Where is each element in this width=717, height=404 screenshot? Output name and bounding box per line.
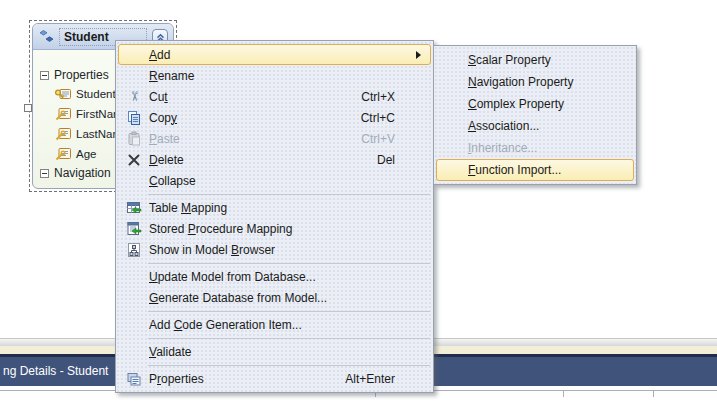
copy-icon	[126, 110, 142, 126]
model-browser-icon	[126, 242, 142, 258]
minus-expander-icon[interactable]	[40, 71, 49, 80]
menu-item-label: Table Mapping	[149, 201, 227, 215]
menu-item-label: Validate	[149, 345, 192, 359]
menu-icon-gutter: ✂	[119, 90, 149, 103]
menu-separator	[148, 263, 430, 264]
submenu-item-function-import[interactable]: Function Import...	[436, 159, 634, 181]
menu-item-label: Stored Procedure Mapping	[149, 222, 292, 236]
menu-icon-gutter	[119, 153, 149, 167]
stored-procedure-mapping-icon	[126, 221, 142, 237]
menu-item-label: Update Model from Database...	[149, 270, 316, 284]
menu-item-label: Complex Property	[468, 97, 564, 111]
mapping-details-title: ng Details - Student	[3, 364, 108, 378]
menu-item-label: Add	[149, 48, 170, 62]
submenu-item-navigation-property[interactable]: Navigation Property	[436, 71, 634, 93]
minus-expander-icon[interactable]	[40, 169, 49, 178]
scalar-property-icon	[54, 147, 72, 161]
menu-item-label: Properties	[149, 372, 204, 386]
submenu-item-complex-property[interactable]: Complex Property	[436, 93, 634, 115]
scissors-icon: ✂	[128, 91, 141, 102]
submenu-item-association[interactable]: Association...	[436, 115, 634, 137]
menu-icon-gutter	[119, 242, 149, 258]
properties-icon	[126, 371, 142, 387]
menu-item-label: Add Code Generation Item...	[149, 318, 302, 332]
menu-item-validate[interactable]: Validate	[118, 341, 431, 362]
menu-shortcut: Ctrl+X	[361, 90, 395, 104]
menu-item-label: Scalar Property	[468, 53, 551, 67]
menu-separator	[148, 194, 430, 195]
menu-item-add-code-generation-item[interactable]: Add Code Generation Item...	[118, 314, 431, 335]
menu-item-label: Collapse	[149, 174, 196, 188]
menu-item-collapse[interactable]: Collapse	[118, 170, 431, 191]
menu-shortcut: Del	[377, 153, 395, 167]
menu-shortcut: Ctrl+V	[361, 132, 395, 146]
scalar-property-icon	[54, 107, 72, 121]
menu-item-update-model-from-database[interactable]: Update Model from Database...	[118, 266, 431, 287]
menu-item-generate-database-from-model[interactable]: Generate Database from Model...	[118, 287, 431, 308]
grid-column-tick	[653, 390, 654, 397]
submenu-item-scalar-property[interactable]: Scalar Property	[436, 49, 634, 71]
primary-key-icon	[54, 87, 72, 101]
menu-item-label: Copy	[149, 111, 177, 125]
menu-icon-gutter	[119, 110, 149, 126]
context-menu: Add Rename ✂ Cut Ctrl+X Copy Ctrl+C	[115, 40, 434, 393]
property-label: Age	[76, 148, 96, 160]
menu-item-label: Association...	[468, 119, 539, 133]
entity-type-icon	[39, 29, 54, 44]
menu-item-paste[interactable]: Paste Ctrl+V	[118, 128, 431, 149]
selection-handle[interactable]	[24, 104, 32, 112]
menu-item-show-in-model-browser[interactable]: Show in Model Browser	[118, 239, 431, 260]
submenu-item-inheritance[interactable]: Inheritance...	[436, 137, 634, 159]
menu-separator	[148, 365, 430, 366]
menu-shortcut: Alt+Enter	[345, 372, 395, 386]
menu-item-label: Cut	[149, 90, 168, 104]
menu-icon-gutter	[119, 221, 149, 237]
menu-item-properties[interactable]: Properties Alt+Enter	[118, 368, 431, 389]
menu-separator	[148, 311, 430, 312]
menu-item-stored-procedure-mapping[interactable]: Stored Procedure Mapping	[118, 218, 431, 239]
section-label: Navigation	[54, 166, 111, 180]
ef-designer-canvas: ng Details - Student Student	[0, 0, 717, 404]
menu-item-label: Function Import...	[468, 163, 561, 177]
menu-item-delete[interactable]: Delete Del	[118, 149, 431, 170]
menu-item-table-mapping[interactable]: Table Mapping	[118, 197, 431, 218]
menu-item-label: Navigation Property	[468, 75, 573, 89]
menu-item-cut[interactable]: ✂ Cut Ctrl+X	[118, 86, 431, 107]
menu-item-label: Show in Model Browser	[149, 243, 275, 257]
delete-x-icon	[127, 153, 141, 167]
scalar-property-icon	[54, 127, 72, 141]
menu-item-rename[interactable]: Rename	[118, 65, 431, 86]
menu-item-label: Paste	[149, 132, 180, 146]
menu-item-label: Rename	[149, 69, 194, 83]
menu-item-label: Delete	[149, 153, 184, 167]
menu-item-label: Generate Database from Model...	[149, 291, 327, 305]
paste-icon	[126, 131, 142, 147]
menu-item-copy[interactable]: Copy Ctrl+C	[118, 107, 431, 128]
menu-separator	[148, 338, 430, 339]
menu-item-add[interactable]: Add	[118, 44, 431, 65]
menu-icon-gutter	[119, 131, 149, 147]
section-label: Properties	[54, 68, 109, 82]
menu-shortcut: Ctrl+C	[361, 111, 395, 125]
grid-column-tick	[563, 390, 564, 397]
menu-icon-gutter	[119, 200, 149, 216]
menu-item-label: Inheritance...	[468, 141, 537, 155]
add-submenu: Scalar Property Navigation Property Comp…	[433, 45, 637, 185]
table-mapping-icon	[126, 200, 142, 216]
submenu-arrow-icon	[416, 51, 421, 59]
menu-icon-gutter	[119, 371, 149, 387]
